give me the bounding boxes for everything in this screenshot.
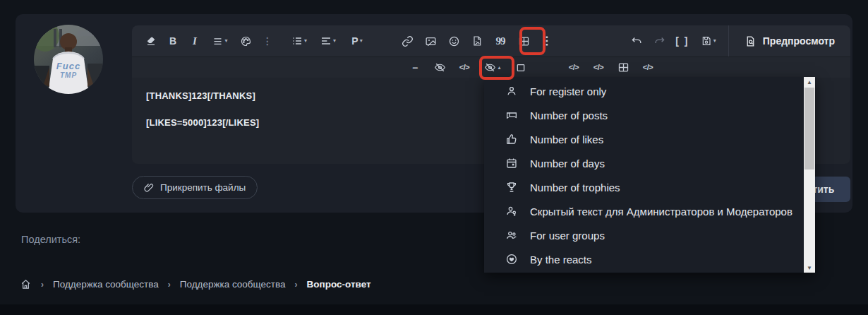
table-bbcode-icon[interactable] [614, 59, 632, 77]
editor-toolbar-row2: − </> ▴ </> </> </> [132, 57, 850, 78]
thumb-up-icon [505, 133, 518, 146]
breadcrumb: › Поддержка сообщества › Поддержка сообщ… [20, 278, 371, 290]
bold-button[interactable]: B [164, 32, 182, 50]
quote-icon[interactable]: 99 [491, 32, 510, 50]
paperclip-icon [144, 182, 155, 193]
redo-icon[interactable] [651, 32, 669, 50]
share-label: Поделиться: [21, 234, 80, 245]
italic-button[interactable]: I [186, 32, 204, 50]
hide-simple-icon[interactable] [430, 59, 449, 77]
hide-options-dropdown: For register only Number of posts Number… [484, 77, 815, 273]
remove-format-button[interactable] [142, 32, 160, 50]
dropdown-item-for-user-groups[interactable]: For user groups [484, 223, 804, 247]
drafts-save-icon[interactable]: ▾ [696, 32, 721, 50]
text-color-button[interactable] [236, 32, 255, 50]
dropdown-item-hidden-for-admins-mods[interactable]: Скрытый текст для Администраторов и Моде… [484, 199, 804, 223]
scroll-up-button[interactable]: ▲ [804, 77, 815, 87]
dropdown-item-by-the-reacts[interactable]: By the reacts [484, 247, 804, 271]
breadcrumb-link-1[interactable]: Поддержка сообщества [53, 279, 159, 290]
scroll-down-button[interactable]: ▼ [804, 263, 815, 273]
hide-dropdown-button[interactable]: ▴ [480, 59, 505, 77]
undo-icon[interactable] [628, 32, 646, 50]
dropdown-item-register-only[interactable]: For register only [484, 79, 804, 103]
home-icon[interactable] [20, 278, 32, 290]
more-options-icon[interactable]: ⋮ [538, 32, 556, 50]
code-bbcode-icon-2[interactable]: </> [565, 59, 583, 77]
bbcode-toggle-icon[interactable]: [ ] [673, 32, 692, 50]
code-bbcode-icon-3[interactable]: </> [589, 59, 608, 77]
trophy-icon [505, 181, 518, 194]
more-inline-options-icon[interactable]: ⋮ [258, 32, 277, 50]
list-button[interactable]: ▾ [287, 32, 312, 50]
avatar-shirt-text: Fucc TMP [34, 61, 103, 80]
align-button[interactable]: ▾ [315, 32, 341, 50]
font-size-button[interactable]: ▾ [207, 32, 233, 50]
dropdown-item-number-of-posts[interactable]: Number of posts [484, 103, 804, 127]
table-icon[interactable] [514, 32, 533, 50]
breadcrumb-separator: › [41, 280, 44, 290]
image-icon[interactable] [421, 32, 440, 50]
dropdown-item-number-of-trophies[interactable]: Number of trophies [484, 175, 804, 199]
link-icon[interactable] [398, 32, 416, 50]
forum-page: Fucc TMP B I ▾ [0, 0, 868, 315]
hr-button[interactable]: − [406, 59, 424, 77]
attach-files-button[interactable]: Прикрепить файлы [132, 176, 258, 199]
dropdown-scrollbar[interactable]: ▲ ▼ [804, 77, 815, 273]
preview-icon [745, 35, 757, 47]
dropdown-item-number-of-days[interactable]: Number of days [484, 151, 804, 175]
spoiler-box-icon[interactable] [512, 59, 530, 77]
calendar-icon [505, 157, 518, 170]
dropdown-item-number-of-likes[interactable]: Number of likes [484, 127, 804, 151]
emoji-icon[interactable] [445, 32, 463, 50]
person-icon [505, 85, 518, 98]
comments-icon [505, 109, 518, 122]
heart-circle-icon [505, 253, 518, 266]
footer-strip [0, 304, 868, 315]
code-bbcode-icon-4[interactable]: </> [639, 59, 657, 77]
person-key-icon [505, 205, 518, 218]
editor-toolbar-row1: B I ▾ ⋮ [132, 25, 850, 57]
user-group-icon [505, 229, 518, 242]
preview-label: Предпросмотр [763, 35, 835, 47]
attach-files-label: Прикрепить файлы [160, 182, 246, 193]
breadcrumb-separator: › [295, 280, 298, 290]
media-icon[interactable] [468, 32, 486, 50]
code-bbcode-icon[interactable]: </> [455, 59, 474, 77]
user-avatar[interactable]: Fucc TMP [34, 25, 103, 94]
breadcrumb-separator: › [168, 280, 171, 290]
preview-button[interactable]: Предпросмотр [728, 25, 850, 57]
scrollbar-thumb[interactable] [804, 88, 814, 170]
breadcrumb-current: Вопрос-ответ [307, 279, 371, 290]
breadcrumb-link-2[interactable]: Поддержка сообщества [180, 279, 286, 290]
paragraph-format-button[interactable]: P ▾ [344, 32, 370, 50]
